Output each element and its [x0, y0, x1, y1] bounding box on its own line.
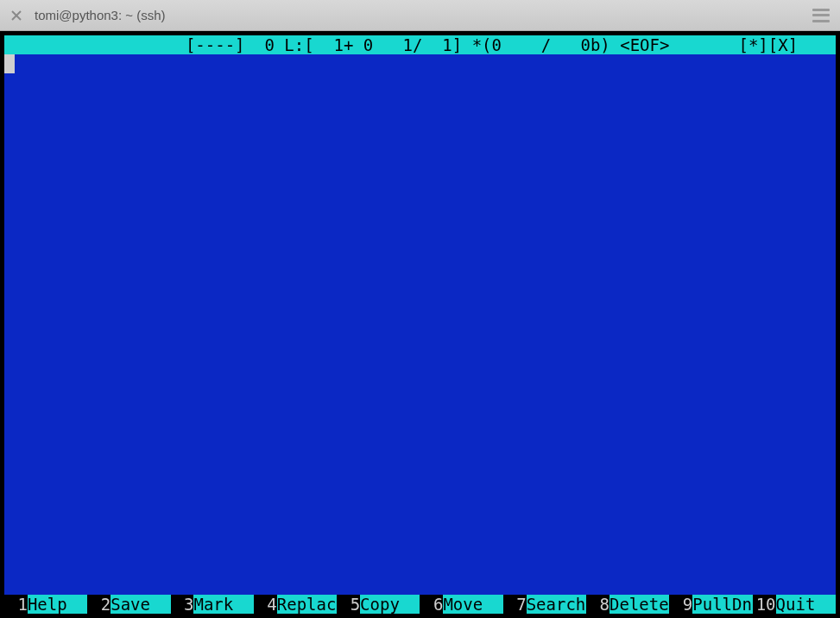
fkey-3-mark[interactable]: 3 Mark: [171, 595, 254, 614]
fkey-label: Save: [111, 595, 170, 614]
fkey-number: 1: [4, 595, 28, 614]
editor-status-bar: [----] 0 L:[ 1+ 0 1/ 1] *(0 / 0b) <EOF> …: [4, 35, 836, 54]
fkey-label: Mark: [193, 595, 253, 614]
fkey-number: 4: [254, 595, 277, 614]
hamburger-icon[interactable]: [812, 9, 830, 22]
fkey-1-help[interactable]: 1 Help: [4, 595, 87, 614]
fkey-10-quit[interactable]: 10 Quit: [753, 595, 836, 614]
fkey-number: 8: [586, 595, 609, 614]
fkey-number: 2: [87, 595, 111, 614]
fkey-label: Delete: [609, 595, 669, 614]
fkey-label: Copy: [360, 595, 420, 614]
editor-area[interactable]: [4, 54, 836, 595]
fkey-5-copy[interactable]: 5 Copy: [337, 595, 420, 614]
fkey-label: PullDn: [692, 595, 752, 614]
terminal[interactable]: [----] 0 L:[ 1+ 0 1/ 1] *(0 / 0b) <EOF> …: [4, 35, 836, 614]
fkey-number: 6: [420, 595, 443, 614]
fkey-number: 9: [669, 595, 692, 614]
fkey-label: Quit: [776, 595, 836, 614]
fkey-4-replace[interactable]: 4 Replac: [254, 595, 337, 614]
function-key-bar: 1 Help 2 Save 3 Mark 4 Replac 5 Copy: [4, 595, 836, 614]
window-titlebar: tomi@python3: ~ (ssh): [0, 0, 840, 31]
text-cursor: [4, 54, 15, 73]
fkey-number: 5: [337, 595, 360, 614]
fkey-label: Replac: [277, 595, 337, 614]
fkey-7-search[interactable]: 7 Search: [503, 595, 586, 614]
fkey-label: Help: [28, 595, 87, 614]
fkey-label: Search: [527, 595, 586, 614]
fkey-number: 10: [753, 595, 776, 614]
fkey-number: 7: [503, 595, 527, 614]
fkey-label: Move: [443, 595, 502, 614]
fkey-6-move[interactable]: 6 Move: [420, 595, 502, 614]
fkey-number: 3: [171, 595, 194, 614]
fkey-8-delete[interactable]: 8 Delete: [586, 595, 669, 614]
fkey-9-pulldn[interactable]: 9 PullDn: [669, 595, 752, 614]
window-title: tomi@python3: ~ (ssh): [35, 8, 166, 22]
terminal-container: [----] 0 L:[ 1+ 0 1/ 1] *(0 / 0b) <EOF> …: [0, 31, 840, 618]
close-icon[interactable]: [9, 8, 24, 23]
fkey-2-save[interactable]: 2 Save: [87, 595, 170, 614]
